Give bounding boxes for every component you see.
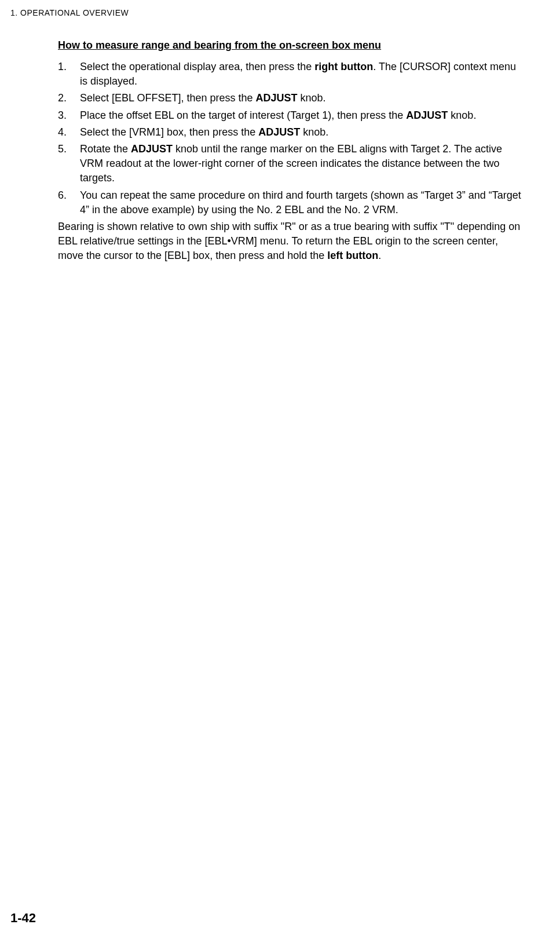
step-text: Select the [VRM1] box, then press the AD… xyxy=(80,125,525,140)
step-number: 2. xyxy=(58,91,80,105)
step-number: 6. xyxy=(58,188,80,217)
text: . xyxy=(378,250,381,261)
bold-text: ADJUST xyxy=(131,143,173,155)
text: Select [EBL OFFSET], then press the xyxy=(80,92,255,104)
step-number: 4. xyxy=(58,125,80,140)
text: Place the offset EBL on the target of in… xyxy=(80,109,406,121)
bold-text: ADJUST xyxy=(406,109,448,121)
step-number: 5. xyxy=(58,142,80,186)
body-paragraph: Bearing is shown relative to own ship wi… xyxy=(58,220,525,264)
step-item: 4.Select the [VRM1] box, then press the … xyxy=(58,125,525,140)
step-number: 1. xyxy=(58,60,80,89)
content-area: How to measure range and bearing from th… xyxy=(58,39,525,263)
bold-text: left button xyxy=(327,250,378,261)
step-text: Place the offset EBL on the target of in… xyxy=(80,108,525,123)
text: Select the [VRM1] box, then press the xyxy=(80,126,258,138)
step-item: 2.Select [EBL OFFSET], then press the AD… xyxy=(58,91,525,105)
bold-text: ADJUST xyxy=(258,126,300,138)
text: knob. xyxy=(300,126,328,138)
step-item: 5.Rotate the ADJUST knob until the range… xyxy=(58,142,525,186)
section-title: How to measure range and bearing from th… xyxy=(58,39,525,52)
chapter-header: 1. OPERATIONAL OVERVIEW xyxy=(10,8,525,17)
text: knob. xyxy=(297,92,325,104)
step-item: 3.Place the offset EBL on the target of … xyxy=(58,108,525,123)
step-text: Rotate the ADJUST knob until the range m… xyxy=(80,142,525,186)
step-text: Select [EBL OFFSET], then press the ADJU… xyxy=(80,91,525,105)
bold-text: ADJUST xyxy=(255,92,297,104)
text: You can repeat the same procedure on thi… xyxy=(80,189,521,215)
step-text: You can repeat the same procedure on thi… xyxy=(80,188,525,217)
text: knob. xyxy=(448,109,476,121)
text: Select the operational display area, the… xyxy=(80,61,314,72)
step-list: 1.Select the operational display area, t… xyxy=(58,60,525,217)
text: Rotate the xyxy=(80,143,131,155)
page: 1. OPERATIONAL OVERVIEW How to measure r… xyxy=(0,0,560,286)
step-text: Select the operational display area, the… xyxy=(80,60,525,89)
step-item: 1.Select the operational display area, t… xyxy=(58,60,525,89)
step-item: 6.You can repeat the same procedure on t… xyxy=(58,188,525,217)
step-number: 3. xyxy=(58,108,80,123)
bold-text: right button xyxy=(314,61,373,72)
text: Bearing is shown relative to own ship wi… xyxy=(58,221,520,261)
page-number: 1-42 xyxy=(10,911,36,926)
